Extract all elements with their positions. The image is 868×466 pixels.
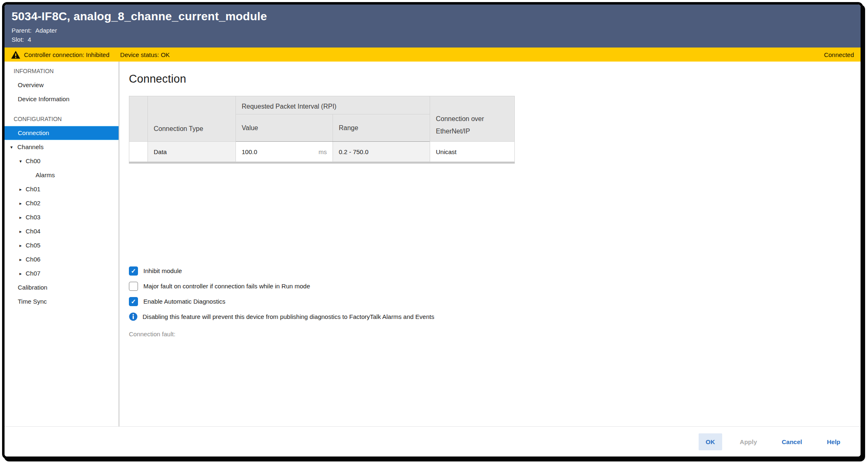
sidebar-item-label: Ch02 bbox=[26, 196, 40, 210]
sidebar-item-label: Time Sync bbox=[18, 295, 47, 309]
module-properties-window: 5034-IF8C, analog_8_channe_current_modul… bbox=[2, 2, 863, 459]
sidebar-item-ch07[interactable]: ▸ Ch07 bbox=[5, 266, 119, 281]
sidebar-item-label: Ch07 bbox=[26, 266, 40, 281]
section-heading: Connection bbox=[129, 73, 848, 86]
chevron-right-icon[interactable]: ▸ bbox=[19, 238, 26, 252]
parent-value: Adapter bbox=[35, 26, 57, 35]
rpi-unit-label: ms bbox=[319, 148, 327, 155]
sidebar-item-alarms[interactable]: Alarms bbox=[5, 168, 119, 182]
table-row: Data 100.0 ms 0.2 - 750.0 Unicast bbox=[129, 142, 515, 162]
sidebar-item-ch06[interactable]: ▸ Ch06 bbox=[5, 252, 119, 266]
chevron-right-icon[interactable]: ▸ bbox=[19, 266, 26, 281]
connection-over-ethernet-cell[interactable]: Unicast bbox=[430, 142, 515, 162]
sidebar-item-ch04[interactable]: ▸ Ch04 bbox=[5, 224, 119, 238]
inhibit-module-label: Inhibit module bbox=[143, 267, 182, 274]
sidebar-item-label: Ch03 bbox=[26, 210, 40, 224]
chevron-right-icon[interactable]: ▸ bbox=[19, 252, 26, 266]
slot-label: Slot: bbox=[12, 35, 24, 44]
major-fault-row: ✓ Major fault on controller if connectio… bbox=[129, 278, 848, 294]
enable-automatic-diagnostics-label: Enable Automatic Diagnostics bbox=[143, 298, 225, 305]
cancel-button[interactable]: Cancel bbox=[775, 433, 809, 450]
diagnostics-info-text: Disabling this feature will prevent this… bbox=[143, 313, 434, 320]
major-fault-checkbox[interactable]: ✓ bbox=[129, 282, 138, 291]
rpi-range-cell: 0.2 - 750.0 bbox=[333, 142, 430, 162]
apply-button[interactable]: Apply bbox=[733, 433, 764, 450]
ok-button[interactable]: OK bbox=[699, 433, 722, 450]
controller-connection-status: Controller connection: Inhibited bbox=[24, 51, 109, 58]
col-group-header-rpi: Requested Packet Interval (RPI) bbox=[236, 96, 430, 114]
sidebar-item-channels[interactable]: ▾ Channels bbox=[5, 140, 119, 154]
col-header-connection-type: Connection Type bbox=[148, 96, 236, 142]
chevron-right-icon[interactable]: ▸ bbox=[19, 196, 26, 210]
sidebar-nav: INFORMATION Overview Device Information … bbox=[5, 62, 119, 426]
sidebar-item-label: Ch04 bbox=[26, 224, 40, 238]
sidebar-item-connection[interactable]: Connection bbox=[5, 126, 119, 140]
sidebar-item-ch05[interactable]: ▸ Ch05 bbox=[5, 238, 119, 252]
connection-options: ✓ Inhibit module ✓ Major fault on contro… bbox=[129, 263, 848, 338]
title-bar: 5034-IF8C, analog_8_channe_current_modul… bbox=[5, 5, 861, 48]
sidebar-item-label: Device Information bbox=[18, 92, 69, 106]
sidebar-section-information: INFORMATION bbox=[5, 64, 119, 78]
enable-automatic-diagnostics-checkbox[interactable]: ✓ bbox=[129, 297, 138, 306]
rpi-value-input[interactable]: 100.0 bbox=[242, 148, 257, 155]
chevron-down-icon[interactable]: ▾ bbox=[10, 140, 17, 154]
sidebar-item-device-information[interactable]: Device Information bbox=[5, 92, 119, 106]
col-header-value: Value bbox=[236, 114, 333, 142]
connection-state-badge: Connected bbox=[824, 51, 854, 58]
row-selector-header bbox=[129, 96, 148, 142]
inhibit-module-checkbox[interactable]: ✓ bbox=[129, 266, 138, 276]
sidebar-item-ch00[interactable]: ▾ Ch00 bbox=[5, 154, 119, 168]
sidebar-item-label: Ch00 bbox=[26, 154, 40, 168]
connection-fault-label: Connection fault: bbox=[129, 330, 848, 338]
sidebar-item-ch02[interactable]: ▸ Ch02 bbox=[5, 196, 119, 210]
info-icon bbox=[129, 312, 138, 321]
footer-button-bar: OK Apply Cancel Help bbox=[5, 426, 861, 456]
device-status: Device status: OK bbox=[120, 51, 170, 58]
sidebar-item-label: Calibration bbox=[18, 281, 48, 295]
sidebar-item-overview[interactable]: Overview bbox=[5, 78, 119, 92]
slot-row: Slot: 4 bbox=[12, 35, 852, 44]
sidebar-section-configuration: CONFIGURATION bbox=[5, 112, 119, 126]
sidebar-item-label: Alarms bbox=[36, 168, 55, 182]
warning-icon bbox=[11, 51, 20, 59]
rpi-table: Connection Type Requested Packet Interva… bbox=[129, 96, 515, 164]
slot-value: 4 bbox=[28, 35, 31, 44]
sidebar-item-label: Ch05 bbox=[26, 238, 40, 252]
chevron-down-icon[interactable]: ▾ bbox=[19, 154, 26, 168]
sidebar-item-label: Ch06 bbox=[26, 252, 40, 266]
help-button[interactable]: Help bbox=[820, 433, 847, 450]
inhibit-module-row: ✓ Inhibit module bbox=[129, 263, 848, 278]
diagnostics-info-row: Disabling this feature will prevent this… bbox=[129, 309, 848, 324]
chevron-right-icon[interactable]: ▸ bbox=[19, 210, 26, 224]
sidebar-item-ch03[interactable]: ▸ Ch03 bbox=[5, 210, 119, 224]
parent-label: Parent: bbox=[12, 26, 31, 35]
enable-automatic-diagnostics-row: ✓ Enable Automatic Diagnostics bbox=[129, 294, 848, 309]
col-header-connection-over-ethernet: Connection over EtherNet/IP bbox=[430, 96, 515, 142]
parent-row: Parent: Adapter bbox=[12, 26, 852, 35]
body: INFORMATION Overview Device Information … bbox=[5, 62, 861, 426]
sidebar-item-ch01[interactable]: ▸ Ch01 bbox=[5, 182, 119, 196]
main-content: Connection Connection Type Requested Pac… bbox=[119, 62, 861, 426]
col-header-range: Range bbox=[333, 114, 430, 142]
sidebar-item-label: Connection bbox=[18, 126, 49, 140]
page-title: 5034-IF8C, analog_8_channe_current_modul… bbox=[12, 10, 852, 23]
status-alert-bar: Controller connection: Inhibited Device … bbox=[5, 48, 861, 62]
major-fault-label: Major fault on controller if connection … bbox=[143, 283, 310, 290]
sidebar-item-label: Channels bbox=[17, 140, 43, 154]
chevron-right-icon[interactable]: ▸ bbox=[19, 182, 26, 196]
spacer bbox=[5, 106, 119, 112]
sidebar-item-label: Ch01 bbox=[26, 182, 40, 196]
sidebar-item-time-sync[interactable]: Time Sync bbox=[5, 295, 119, 309]
connection-type-cell: Data bbox=[148, 142, 236, 162]
rpi-value-cell[interactable]: 100.0 ms bbox=[236, 142, 333, 162]
chevron-right-icon[interactable]: ▸ bbox=[19, 224, 26, 238]
row-selector-cell[interactable] bbox=[129, 142, 148, 162]
sidebar-item-calibration[interactable]: Calibration bbox=[5, 281, 119, 295]
sidebar-item-label: Overview bbox=[18, 78, 44, 92]
